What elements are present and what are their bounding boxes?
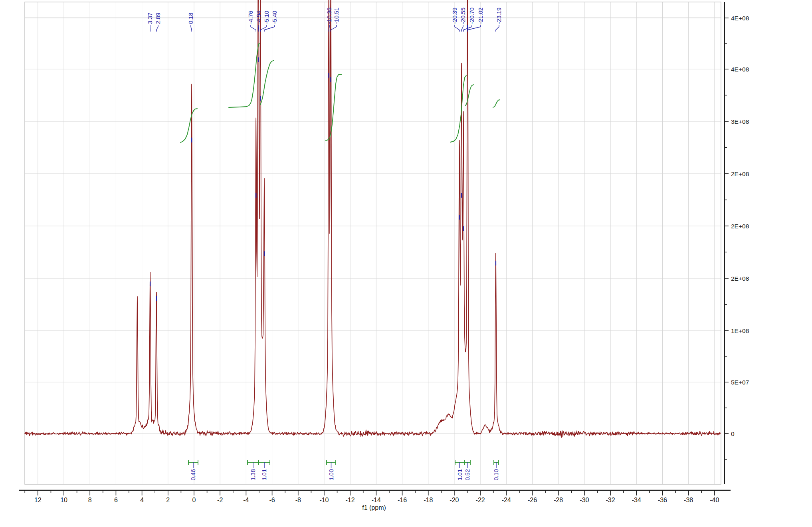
peak-marker bbox=[255, 193, 256, 198]
y-axis-tick-label: 2E+08 bbox=[731, 275, 749, 282]
peak-label: -4.94 bbox=[255, 11, 262, 24]
peak-label: -20.55 bbox=[460, 8, 466, 24]
peak-label: -20.70 bbox=[469, 8, 475, 24]
y-axis: 4E+084E+083E+082E+082E+082E+081E+085E+07… bbox=[725, 2, 749, 484]
integral-curve bbox=[450, 75, 466, 142]
peak-marker bbox=[328, 73, 329, 78]
plot-border bbox=[25, 2, 721, 484]
peak-label-leader bbox=[191, 25, 192, 32]
x-axis-tick-label: -22 bbox=[476, 497, 485, 503]
integral-curves bbox=[180, 43, 500, 143]
peak-marker bbox=[191, 138, 192, 143]
peak-markers bbox=[150, 25, 496, 301]
x-axis-tick-label: -40 bbox=[710, 497, 719, 503]
x-axis-title: f1 (ppm) bbox=[362, 504, 386, 511]
peak-marker bbox=[150, 281, 151, 286]
peak-label: -4.76 bbox=[248, 11, 254, 24]
peak-marker bbox=[258, 57, 259, 62]
x-axis-tick-label: -38 bbox=[684, 497, 693, 503]
integral-value: 0.52 bbox=[464, 469, 471, 480]
x-axis-tick-label: 2 bbox=[166, 497, 170, 503]
peak-label: -10.51 bbox=[333, 8, 340, 24]
peak-label-leader bbox=[455, 25, 459, 32]
x-axis-tick-label: -32 bbox=[606, 497, 615, 503]
nmr-spectrum-window: 3.372.890.18-4.76-4.94-5.10-5.40-10.36-1… bbox=[0, 0, 812, 527]
x-axis-tick-label: 0 bbox=[192, 497, 196, 503]
peak-marker bbox=[463, 226, 464, 231]
peak-label: -23.19 bbox=[496, 8, 502, 24]
y-axis-tick-label: 2E+08 bbox=[731, 170, 749, 177]
integral-value: 1.38 bbox=[250, 469, 256, 480]
x-axis-tick-label: -20 bbox=[450, 497, 459, 503]
x-axis-tick-label: 4 bbox=[140, 497, 144, 503]
y-axis-tick-label: 0 bbox=[731, 430, 735, 437]
x-axis-tick-label: 12 bbox=[34, 497, 42, 503]
x-axis-tick-label: -6 bbox=[269, 497, 275, 503]
integral-value: 1.01 bbox=[457, 469, 463, 480]
x-axis-tick-label: -18 bbox=[424, 497, 433, 503]
peak-marker bbox=[264, 251, 265, 256]
peak-label-leader bbox=[331, 25, 337, 32]
peak-label-leader bbox=[264, 25, 275, 32]
peak-marker bbox=[330, 77, 331, 82]
integral-brackets: 0.461.381.011.001.010.520.10 bbox=[188, 460, 499, 480]
x-axis-tick-label: -16 bbox=[398, 497, 407, 503]
x-axis-tick-label: 10 bbox=[60, 497, 67, 503]
integral-value: 1.00 bbox=[328, 469, 335, 480]
peak-label-leader bbox=[156, 25, 158, 32]
x-axis-tick-label: -4 bbox=[243, 497, 249, 503]
y-axis-tick-label: 2E+08 bbox=[731, 223, 749, 230]
x-axis-tick-label: 6 bbox=[114, 497, 118, 503]
peak-label-leader bbox=[461, 25, 463, 32]
peak-label-leader bbox=[467, 25, 481, 32]
x-axis-tick-label: -30 bbox=[580, 497, 589, 503]
x-axis-tick-label: -26 bbox=[528, 497, 537, 503]
peak-label-leader bbox=[496, 25, 499, 32]
spectrum-plot[interactable]: 3.372.890.18-4.76-4.94-5.10-5.40-10.36-1… bbox=[0, 0, 812, 527]
integral-value: 1.01 bbox=[261, 469, 267, 480]
peak-marker bbox=[495, 261, 496, 265]
x-axis-tick-label: -10 bbox=[319, 497, 329, 503]
peak-label: 3.37 bbox=[147, 13, 153, 24]
y-axis-tick-label: 4E+08 bbox=[731, 15, 749, 22]
x-axis-tick-label: 8 bbox=[88, 497, 92, 503]
peak-label: -20.39 bbox=[452, 8, 458, 24]
y-axis-tick-label: 5E+07 bbox=[731, 379, 749, 386]
peak-marker bbox=[467, 25, 468, 30]
peak-labels: 3.372.890.18-4.76-4.94-5.10-5.40-10.36-1… bbox=[147, 8, 502, 32]
integral-value: 0.10 bbox=[493, 469, 499, 480]
y-axis-tick-label: 1E+08 bbox=[731, 327, 749, 334]
spectrum-trace bbox=[25, 0, 721, 438]
peak-marker bbox=[459, 215, 459, 220]
peak-marker bbox=[260, 96, 261, 101]
peak-marker bbox=[461, 193, 462, 198]
integral-curve bbox=[465, 85, 473, 106]
integral-value: 0.46 bbox=[190, 469, 196, 480]
peak-label: -5.40 bbox=[271, 11, 278, 24]
peak-label: 2.89 bbox=[155, 13, 161, 24]
x-axis-tick-label: -8 bbox=[295, 497, 301, 503]
peak-label-leader bbox=[251, 25, 256, 32]
integral-curve bbox=[493, 100, 500, 107]
x-axis-tick-label: -12 bbox=[346, 497, 355, 503]
x-axis-tick-label: -34 bbox=[632, 497, 641, 503]
peak-label: -21.02 bbox=[477, 8, 484, 24]
integral-curve bbox=[180, 109, 197, 143]
x-axis-tick-label: -36 bbox=[658, 497, 667, 503]
gridlines bbox=[25, 2, 721, 484]
x-axis-tick-label: -14 bbox=[372, 497, 381, 503]
x-axis-tick-label: -2 bbox=[217, 497, 223, 503]
y-axis-tick-label: 3E+08 bbox=[731, 118, 749, 125]
integral-curve bbox=[229, 43, 259, 107]
peak-label: -5.10 bbox=[263, 11, 270, 24]
peak-label-leader bbox=[260, 25, 267, 32]
x-axis-tick-label: -24 bbox=[502, 497, 511, 503]
y-axis-tick-label: 4E+08 bbox=[731, 66, 749, 73]
peak-marker bbox=[156, 296, 157, 301]
integral-curve bbox=[260, 60, 274, 105]
x-axis: 121086420-2-4-6-8-10-12-14-16-18-20-22-2… bbox=[19, 490, 731, 503]
x-axis-tick-label: -28 bbox=[554, 497, 563, 503]
peak-label: -10.36 bbox=[326, 8, 333, 24]
peak-label: 0.18 bbox=[188, 13, 194, 24]
